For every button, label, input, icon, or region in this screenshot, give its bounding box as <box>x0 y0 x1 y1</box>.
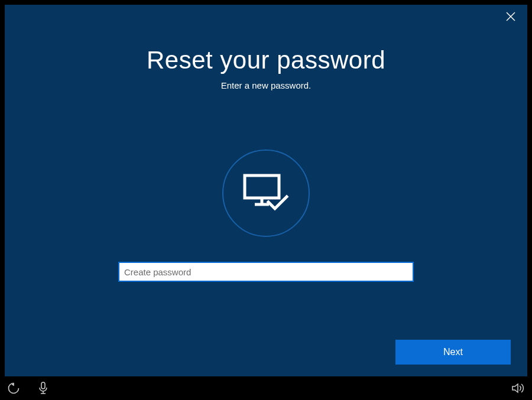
page-subtitle: Enter a new password. <box>221 80 312 90</box>
volume-icon <box>512 382 525 394</box>
microphone-button[interactable] <box>37 382 50 395</box>
volume-button[interactable] <box>512 382 525 395</box>
close-button[interactable] <box>504 9 518 24</box>
svg-rect-6 <box>41 382 45 389</box>
ease-of-access-icon <box>8 382 20 394</box>
content-area: Reset your password Enter a new password… <box>5 28 527 376</box>
taskbar <box>0 376 532 400</box>
monitor-check-icon <box>243 174 289 213</box>
close-icon <box>506 12 515 21</box>
taskbar-right <box>512 382 525 395</box>
ease-of-access-button[interactable] <box>7 382 20 395</box>
svg-marker-9 <box>512 384 518 392</box>
svg-rect-2 <box>245 175 279 198</box>
page-title: Reset your password <box>147 46 385 74</box>
microphone-icon <box>38 382 48 395</box>
hero-icon-circle <box>222 149 310 237</box>
taskbar-left <box>7 382 50 395</box>
reset-password-window: Reset your password Enter a new password… <box>5 5 527 376</box>
create-password-input[interactable] <box>118 262 414 282</box>
next-button[interactable]: Next <box>395 340 511 365</box>
titlebar <box>5 5 527 28</box>
